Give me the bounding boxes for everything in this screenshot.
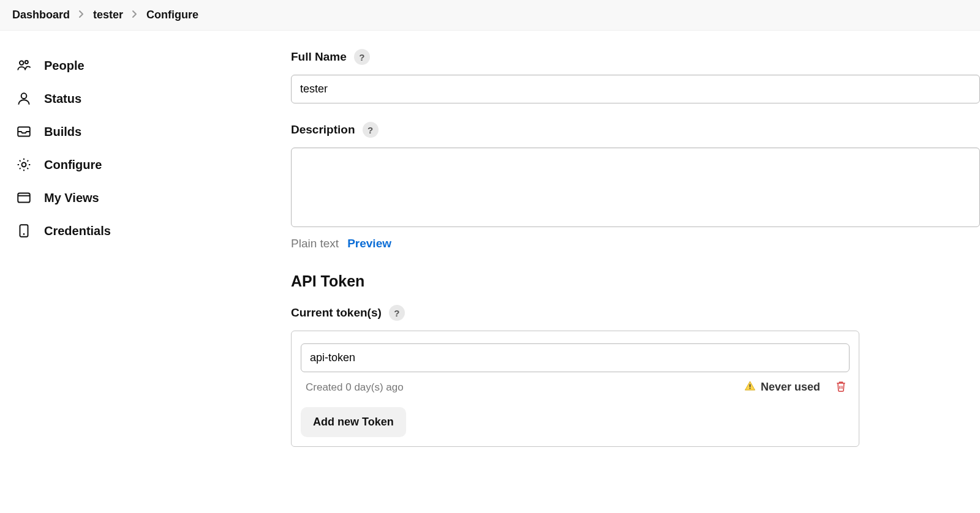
gear-icon [16,157,32,173]
people-icon [16,58,32,73]
breadcrumb-item-dashboard[interactable]: Dashboard [12,9,70,21]
svg-rect-6 [20,225,28,237]
sidebar-item-label: My Views [44,191,99,205]
preview-link[interactable]: Preview [347,237,391,250]
field-current-tokens: Current token(s) ? Created 0 day(s) ago … [291,305,980,447]
window-icon [16,190,32,206]
add-new-token-button[interactable]: Add new Token [301,407,406,437]
current-tokens-label: Current token(s) [291,306,382,320]
sidebar-item-my-views[interactable]: My Views [12,181,251,214]
trash-icon [835,386,847,395]
svg-rect-8 [750,384,751,387]
plain-text-label: Plain text [291,237,339,250]
help-icon[interactable]: ? [389,305,405,321]
svg-point-7 [23,233,25,235]
full-name-label: Full Name [291,50,347,64]
svg-point-4 [22,163,26,167]
sidebar-item-label: Builds [44,125,81,139]
field-full-name: Full Name ? [291,49,980,103]
layout: People Status Builds Configure My Views [0,31,980,513]
sidebar-item-builds[interactable]: Builds [12,115,251,148]
sidebar-item-status[interactable]: Status [12,82,251,115]
delete-token-button[interactable] [835,380,847,395]
token-never-used: Never used [744,380,820,395]
svg-point-1 [25,61,28,64]
sidebar-item-label: Status [44,92,81,106]
field-description: Description ? Plain text Preview [291,122,980,250]
sidebar-item-label: Configure [44,158,102,172]
sidebar: People Status Builds Configure My Views [0,31,263,513]
api-token-heading: API Token [291,272,980,290]
chevron-right-icon [132,9,138,21]
full-name-input[interactable] [291,75,980,103]
token-box: Created 0 day(s) ago Never used [291,331,859,447]
svg-point-2 [21,93,27,99]
sidebar-item-people[interactable]: People [12,49,251,82]
breadcrumb-item-configure[interactable]: Configure [146,9,198,21]
sidebar-item-credentials[interactable]: Credentials [12,214,251,247]
inbox-icon [16,124,32,140]
never-used-text: Never used [761,381,820,394]
help-icon[interactable]: ? [363,122,379,138]
svg-point-0 [20,61,23,65]
sidebar-item-label: People [44,59,85,73]
token-created-text: Created 0 day(s) ago [306,381,404,394]
breadcrumb: Dashboard tester Configure [0,0,980,31]
user-icon [16,91,32,107]
warning-icon [744,380,756,395]
svg-rect-5 [18,193,30,202]
help-icon[interactable]: ? [354,49,370,65]
svg-rect-9 [750,388,751,389]
chevron-right-icon [78,9,85,21]
main-content: Full Name ? Description ? Plain text Pre… [263,31,980,513]
token-name-input[interactable] [301,343,850,372]
sidebar-item-label: Credentials [44,224,111,238]
description-label: Description [291,123,355,137]
breadcrumb-item-tester[interactable]: tester [93,9,123,21]
badge-icon [16,223,32,239]
description-input[interactable] [291,148,980,227]
sidebar-item-configure[interactable]: Configure [12,148,251,181]
